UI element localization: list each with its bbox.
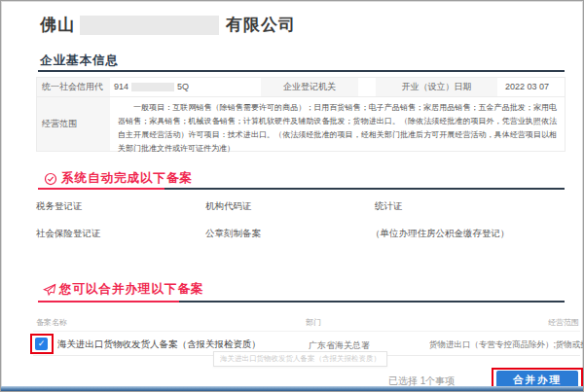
filing-item-tax-cert: 税务登记证	[36, 200, 83, 213]
filing-item-org-code-cert: 机构代码证	[205, 200, 252, 213]
auto-section-rule-red	[38, 188, 164, 190]
registry-label: 企业登记机关	[261, 78, 358, 96]
merge-section-title: 您可以合并办理以下备案	[59, 281, 204, 298]
basic-info-row-1: 统一社会信用代码 9145Q 企业登记机关 开业（设立）日期 2022 03 0…	[37, 78, 565, 97]
filing-item-housing-fund: （单位办理住房公积金缴存登记）	[371, 228, 510, 240]
filing-item-official-seal: 公章刻制备案	[205, 228, 261, 240]
column-header-scope: 经营范围	[548, 317, 579, 328]
auto-section-title: 系统自动完成以下备案	[61, 170, 193, 187]
credit-code-prefix: 914	[114, 82, 128, 91]
open-date-value: 2022 03 07	[497, 78, 565, 96]
window-bottom-edge	[1, 386, 583, 391]
business-scope-label: 经营范围	[37, 97, 110, 151]
credit-code-label: 统一社会信用代码	[37, 78, 110, 96]
basic-info-table: 统一社会信用代码 9145Q 企业登记机关 开业（设立）日期 2022 03 0…	[36, 77, 566, 152]
redaction-box-credit-code	[131, 83, 174, 91]
check-circle-icon	[44, 172, 57, 186]
column-header-filing-name: 备案名称	[36, 317, 67, 328]
open-date-label: 开业（设立）日期	[376, 78, 497, 96]
company-name-suffix: 有限公司	[226, 14, 296, 36]
credit-code-value: 9145Q	[110, 78, 261, 96]
row-ghost-tooltip: 海关进出口货物收发货人备案（含报关报检资质）	[213, 351, 387, 367]
page-title: 佛山 有限公司	[40, 14, 296, 36]
browser-window: 佛山 有限公司 企业基本信息 统一社会信用代码 9145Q 企业登记机关 开业（…	[0, 0, 584, 392]
filing-item-statistics-cert: 统计证	[375, 200, 403, 213]
merge-section-rule	[179, 301, 565, 303]
basic-info-heading: 企业基本信息	[40, 53, 119, 69]
table-row-scope: 货物进出口（专营专控商品除外）;货物或技术...	[429, 339, 583, 351]
company-name-prefix: 佛山	[40, 14, 75, 36]
auto-section-rule	[164, 188, 565, 190]
basic-info-divider	[38, 70, 565, 72]
table-row-filing-name[interactable]: 海关进出口货物收发货人备案（含报关报检资质）	[57, 339, 261, 351]
basic-info-row-2: 经营范围 一般项目：互联网销售（除销售需要许可的商品）；日用百货销售；电子产品销…	[37, 97, 565, 151]
merge-section-rule-red	[38, 301, 179, 303]
credit-code-suffix: 5Q	[177, 82, 189, 91]
table-header-divider	[33, 331, 580, 332]
paper-plane-icon	[43, 283, 56, 297]
customs-filing-checkbox[interactable]: ✓	[35, 338, 48, 350]
filing-item-social-insurance-cert: 社会保险登记证	[36, 228, 101, 240]
redaction-box-company-name	[80, 16, 219, 35]
column-header-department: 部门	[306, 317, 321, 328]
registry-value-redacted	[358, 78, 376, 96]
business-scope-value: 一般项目：互联网销售（除销售需要许可的商品）；日用百货销售；电子产品销售；家居用…	[110, 97, 565, 151]
